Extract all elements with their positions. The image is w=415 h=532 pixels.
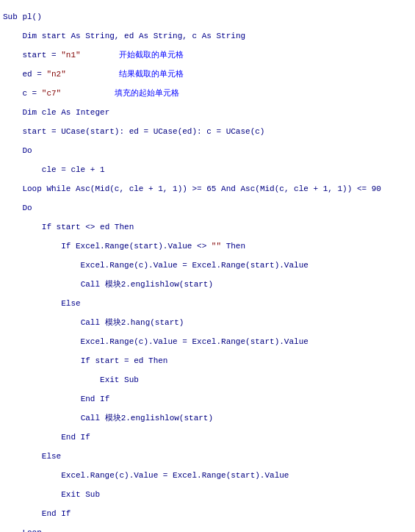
line-26: Exit Sub <box>3 490 412 500</box>
line-27: End If <box>3 509 412 519</box>
line-18: Excel.Range(c).Value = Excel.Range(start… <box>3 337 412 347</box>
line-19: If start = ed Then <box>3 356 412 366</box>
line-13: If Excel.Range(start).Value <> "" Then <box>3 242 412 251</box>
code-editor: Sub pl() Dim start As String, ed As Stri… <box>0 0 415 532</box>
line-10: Loop While Asc(Mid(c, cle + 1, 1)) >= 65… <box>3 184 412 194</box>
line-21: End If <box>3 395 412 404</box>
line-9: cle = cle + 1 <box>3 165 412 175</box>
line-28: Loop <box>3 528 412 532</box>
line-16: Else <box>3 299 412 309</box>
code-content: Sub pl() Dim start As String, ed As Stri… <box>0 1 415 532</box>
line-2: Dim start As String, ed As String, c As … <box>3 32 412 41</box>
line-25: Excel.Range(c).Value = Excel.Range(start… <box>3 471 412 481</box>
line-5: c = "c7" 填充的起始单元格 <box>3 89 412 98</box>
line-7: start = UCase(start): ed = UCase(ed): c … <box>3 127 412 137</box>
line-20: Exit Sub <box>3 375 412 385</box>
line-24: Else <box>3 452 412 461</box>
line-4: ed = "n2" 结果截取的单元格 <box>3 70 412 79</box>
line-1: Sub pl() <box>3 12 412 22</box>
line-11: Do <box>3 204 412 213</box>
line-15: Call 模块2.englishlow(start) <box>3 280 412 290</box>
line-22: Call 模块2.englishlow(start) <box>3 414 412 423</box>
line-14: Excel.Range(c).Value = Excel.Range(start… <box>3 261 412 270</box>
line-8: Do <box>3 146 412 156</box>
line-6: Dim cle As Integer <box>3 108 412 118</box>
line-12: If start <> ed Then <box>3 223 412 232</box>
line-17: Call 模块2.hang(start) <box>3 318 412 328</box>
line-23: End If <box>3 433 412 442</box>
line-3: start = "n1" 开始截取的单元格 <box>3 51 412 60</box>
